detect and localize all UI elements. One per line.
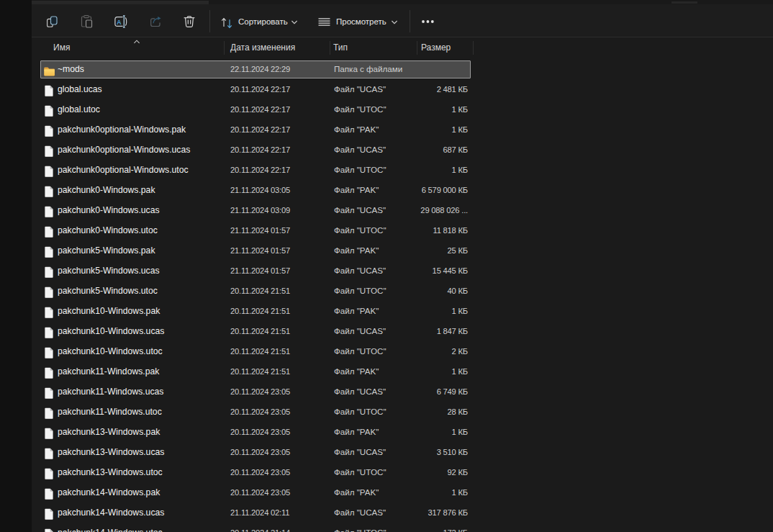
svg-text:A: A xyxy=(117,19,122,26)
